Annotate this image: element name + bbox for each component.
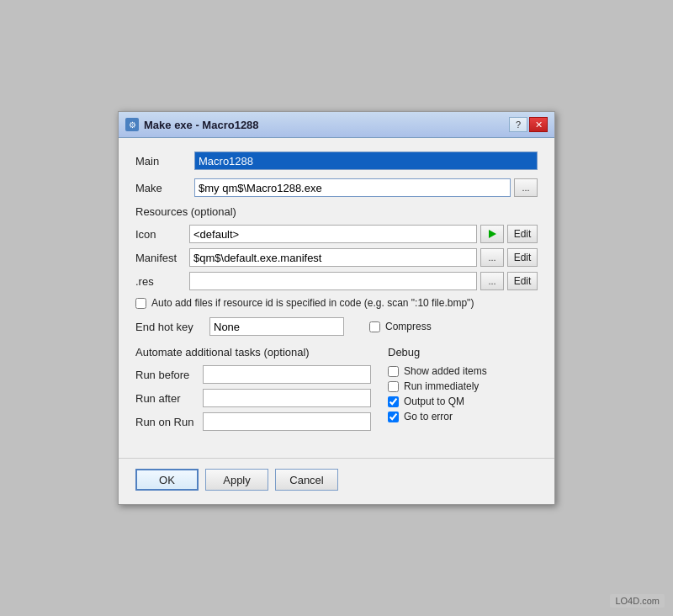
auto-add-row: Auto add files if resource id is specifi…	[135, 297, 538, 309]
main-input[interactable]	[194, 151, 538, 170]
icon-label: Icon	[135, 228, 186, 241]
show-added-label: Show added items	[404, 365, 487, 377]
play-triangle-icon	[489, 230, 496, 238]
icon-play-button[interactable]	[480, 225, 504, 243]
go-to-error-row: Go to error	[388, 411, 539, 422]
res-browse-button[interactable]: ...	[480, 272, 504, 290]
res-edit-button[interactable]: Edit	[507, 272, 538, 290]
dialog-body: Main Make ... Resources (optional) Icon	[119, 138, 554, 458]
compress-checkbox[interactable]	[369, 321, 380, 332]
run-after-label: Run after	[135, 392, 196, 405]
run-immediately-checkbox[interactable]	[388, 381, 399, 392]
run-before-input[interactable]	[203, 365, 371, 384]
ok-button[interactable]: OK	[135, 469, 199, 491]
run-after-row: Run after	[135, 389, 371, 407]
make-row: Make ...	[135, 178, 538, 197]
main-label: Main	[135, 155, 194, 167]
manifest-label: Manifest	[135, 252, 186, 264]
dialog-footer: OK Apply Cancel	[119, 458, 554, 504]
auto-add-checkbox[interactable]	[135, 298, 146, 309]
debug-section: Debug Show added items Run immediately O…	[388, 346, 539, 436]
close-button[interactable]: ✕	[529, 117, 548, 132]
compress-row: Compress	[369, 321, 432, 332]
output-to-qm-checkbox[interactable]	[388, 396, 399, 407]
manifest-browse-button[interactable]: ...	[480, 248, 504, 267]
run-immediately-row: Run immediately	[388, 380, 539, 392]
res-row: .res ... Edit	[135, 272, 538, 290]
dialog-title: Make exe - Macro1288	[144, 119, 259, 131]
hotkey-label: End hot key	[135, 321, 203, 333]
run-on-run-input[interactable]	[203, 412, 371, 431]
manifest-input[interactable]	[189, 248, 477, 267]
hotkey-row: End hot key	[135, 317, 344, 336]
title-bar: ⚙ Make exe - Macro1288 ? ✕	[119, 112, 554, 138]
show-added-row: Show added items	[388, 365, 539, 377]
res-label: .res	[135, 275, 186, 288]
dialog-window: ⚙ Make exe - Macro1288 ? ✕ Main Make ...	[118, 111, 555, 505]
dialog-container: ⚙ Make exe - Macro1288 ? ✕ Main Make ...	[118, 111, 555, 505]
make-label: Make	[135, 182, 194, 194]
automate-section: Automate additional tasks (optional) Run…	[135, 346, 371, 436]
make-input[interactable]	[194, 178, 511, 197]
run-on-run-row: Run on Run	[135, 412, 371, 431]
resources-section: Resources (optional) Icon Edit Manifest …	[135, 205, 538, 290]
manifest-row: Manifest ... Edit	[135, 248, 538, 267]
go-to-error-checkbox[interactable]	[388, 412, 399, 422]
run-after-input[interactable]	[203, 389, 371, 407]
res-input[interactable]	[189, 272, 477, 290]
hotkey-input[interactable]	[209, 317, 344, 336]
run-on-run-label: Run on Run	[135, 416, 196, 428]
manifest-edit-button[interactable]: Edit	[507, 248, 538, 267]
show-added-checkbox[interactable]	[388, 366, 399, 377]
watermark: LO4D.com	[610, 594, 665, 608]
help-button[interactable]: ?	[509, 117, 527, 132]
icon-row: Icon Edit	[135, 225, 538, 243]
debug-title: Debug	[388, 346, 539, 358]
run-immediately-label: Run immediately	[404, 380, 479, 392]
make-browse-button[interactable]: ...	[514, 178, 538, 197]
output-to-qm-label: Output to QM	[404, 396, 464, 407]
bottom-section: Automate additional tasks (optional) Run…	[135, 346, 538, 436]
resources-title: Resources (optional)	[135, 205, 538, 218]
run-before-label: Run before	[135, 369, 196, 381]
automate-title: Automate additional tasks (optional)	[135, 346, 371, 358]
cancel-button[interactable]: Cancel	[275, 469, 338, 491]
compress-label: Compress	[385, 321, 432, 332]
icon-input[interactable]	[189, 225, 477, 243]
apply-button[interactable]: Apply	[205, 469, 268, 491]
output-to-qm-row: Output to QM	[388, 396, 539, 407]
run-before-row: Run before	[135, 365, 371, 384]
main-row: Main	[135, 151, 538, 170]
auto-add-label: Auto add files if resource id is specifi…	[151, 297, 474, 309]
go-to-error-label: Go to error	[404, 411, 453, 422]
icon-edit-button[interactable]: Edit	[507, 225, 538, 243]
app-icon: ⚙	[125, 118, 139, 131]
